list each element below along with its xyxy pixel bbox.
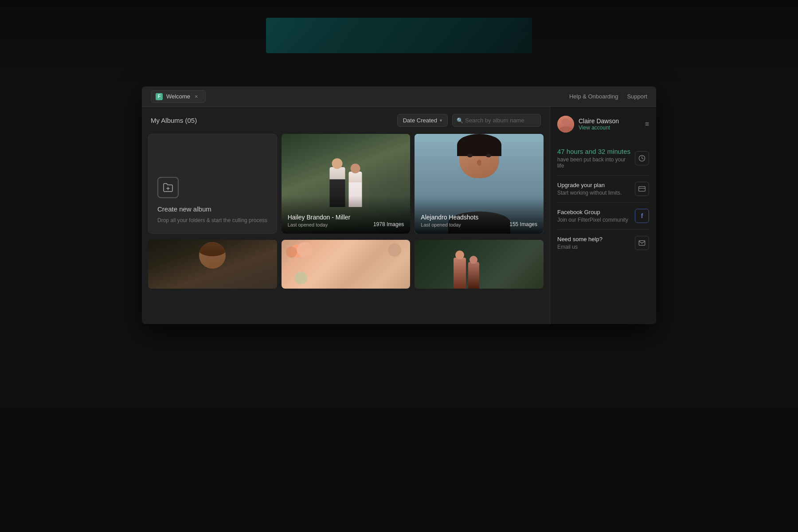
sort-dropdown[interactable]: Date Created ▾ [397,114,448,127]
user-menu-icon[interactable]: ≡ [645,120,649,128]
search-wrapper: 🔍 [452,114,541,127]
help-title: Need some help? [557,236,631,243]
albums-controls: Date Created ▾ 🔍 [397,114,541,127]
tab-label: Welcome [166,93,190,100]
help-onboarding-link[interactable]: Help & Onboarding [569,93,618,100]
clock-icon [635,151,649,165]
tab-area: F Welcome × [151,90,206,103]
facebook-icon: f [635,209,649,223]
albums-grid-bottom [142,240,550,295]
tab-close-button[interactable]: × [194,93,199,100]
sidebar-time-saved: 47 hours and 32 minutes have been put ba… [557,141,649,176]
user-name: Claire Dawson [579,117,619,125]
facebook-text: Facebook Group Join our FilterPixel comm… [557,209,631,223]
upgrade-text: Upgrade your plan Start working without … [557,182,631,196]
album-overlay-alejandro: Alejandro Headshots Last opened today [415,196,544,234]
title-bar: F Welcome × Help & Onboarding Support [142,86,656,107]
time-saved-text: 47 hours and 32 minutes have been put ba… [557,148,631,169]
top-decorative-bar [0,0,798,89]
app-window: F Welcome × Help & Onboarding Support My… [142,86,656,324]
upgrade-description: Start working without limits. [557,190,631,196]
album-count-hailey: 1978 Images [373,221,404,227]
create-album-title: Create new album [157,205,211,213]
album-name-hailey: Hailey Brandon - Miller [288,214,404,221]
facebook-description: Join our FilterPixel community [557,217,631,223]
sort-label: Date Created [403,117,437,124]
app-icon: F [156,93,163,100]
upgrade-title: Upgrade your plan [557,182,631,188]
create-album-card[interactable]: Create new album Drop all your folders &… [148,134,277,234]
search-input[interactable] [452,114,541,127]
bottom-area [0,408,798,532]
help-text: Need some help? Email us [557,236,631,250]
view-account-link[interactable]: View account [579,125,619,131]
chevron-down-icon: ▾ [440,118,442,123]
albums-header: My Albums (05) Date Created ▾ 🔍 [142,107,550,134]
user-profile: Claire Dawson View account ≡ [557,116,649,133]
album-overlay-hailey: Hailey Brandon - Miller Last opened toda… [282,196,411,234]
create-album-description: Drop all your folders & start the cullin… [157,216,267,224]
svg-rect-3 [639,187,645,192]
time-saved-description: have been put back into your life [557,156,631,169]
right-sidebar: Claire Dawson View account ≡ 47 hours an… [550,107,656,324]
folder-plus-icon [157,177,179,198]
sidebar-upgrade-plan[interactable]: Upgrade your plan Start working without … [557,176,649,203]
album-name-alejandro: Alejandro Headshots [421,214,537,221]
albums-grid-top: Create new album Drop all your folders &… [142,134,550,240]
album-card-flowers[interactable] [282,240,411,289]
avatar [557,116,574,133]
welcome-tab[interactable]: F Welcome × [151,90,206,103]
album-card-dark-woman[interactable] [148,240,277,289]
user-name-area: Claire Dawson View account [579,117,619,131]
album-count-alejandro: 155 Images [509,221,537,227]
support-link[interactable]: Support [627,93,647,100]
album-card-couple-dark[interactable] [415,240,544,289]
albums-title: My Albums (05) [151,117,197,124]
time-saved-highlight: 47 hours and 32 minutes [557,148,631,155]
sidebar-need-help[interactable]: Need some help? Email us [557,230,649,256]
facebook-title: Facebook Group [557,209,631,215]
album-card-hailey[interactable]: Hailey Brandon - Miller Last opened toda… [282,134,411,234]
main-panel: My Albums (05) Date Created ▾ 🔍 [142,107,550,324]
help-description: Email us [557,244,631,250]
album-card-alejandro[interactable]: Alejandro Headshots Last opened today 15… [415,134,544,234]
credit-card-icon [635,182,649,196]
content-area: My Albums (05) Date Created ▾ 🔍 [142,107,656,324]
email-icon [635,236,649,250]
title-bar-actions: Help & Onboarding Support [569,93,647,100]
user-info: Claire Dawson View account [557,116,619,133]
sidebar-facebook-group[interactable]: Facebook Group Join our FilterPixel comm… [557,203,649,230]
